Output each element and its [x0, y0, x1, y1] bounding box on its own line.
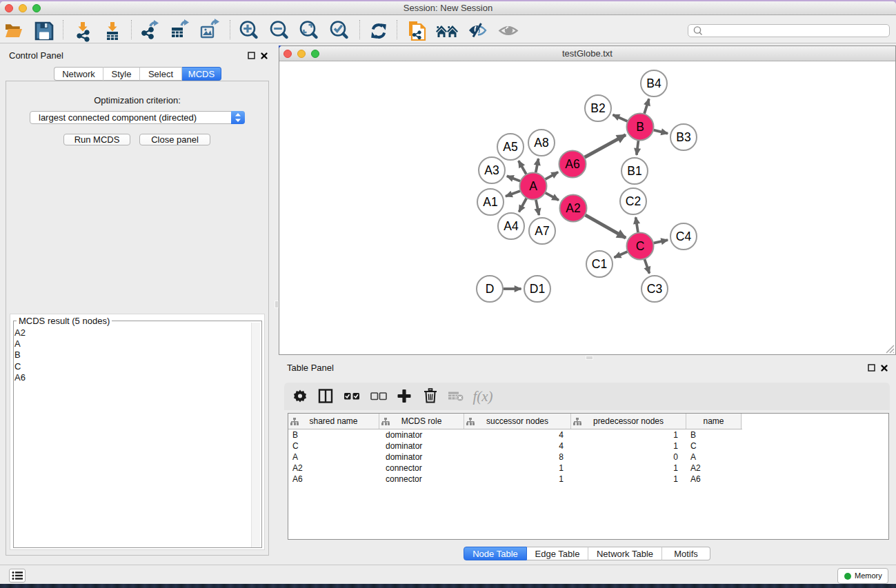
svg-text:A3: A3 [484, 163, 499, 177]
svg-text:A6: A6 [565, 157, 579, 171]
svg-text:A7: A7 [535, 224, 549, 238]
svg-text:A8: A8 [534, 136, 548, 150]
svg-text:C3: C3 [647, 282, 662, 296]
svg-text:A5: A5 [503, 140, 517, 154]
svg-text:f(x): f(x) [472, 388, 492, 405]
svg-text:D1: D1 [530, 282, 545, 296]
svg-text:B1: B1 [627, 164, 641, 178]
svg-text:B3: B3 [676, 130, 690, 144]
svg-text:D: D [486, 282, 495, 296]
svg-text:B: B [636, 120, 644, 134]
svg-text:C1: C1 [592, 257, 607, 271]
svg-text:C4: C4 [676, 230, 692, 243]
svg-text:A4: A4 [504, 219, 519, 233]
svg-text:B2: B2 [590, 101, 605, 115]
svg-text:C: C [636, 239, 645, 253]
svg-text:C2: C2 [626, 194, 641, 208]
svg-text:A: A [529, 179, 537, 193]
svg-text:A1: A1 [483, 195, 497, 209]
svg-text:B4: B4 [646, 77, 661, 90]
svg-text:A2: A2 [566, 201, 580, 215]
